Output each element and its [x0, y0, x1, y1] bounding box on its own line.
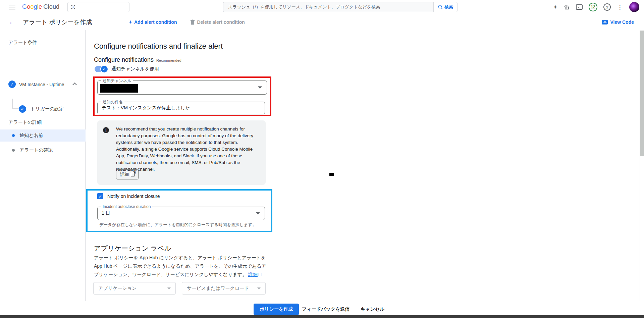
- check-circle-icon: ✓: [8, 81, 16, 88]
- create-policy-button[interactable]: ポリシーを作成: [254, 304, 299, 315]
- add-alert-condition-label: Add alert condition: [134, 19, 177, 25]
- page-title: アラート ポリシーを作成: [23, 18, 92, 26]
- redacted-cursor-mark: [329, 173, 334, 176]
- cancel-button[interactable]: キャンセル: [361, 306, 385, 312]
- send-feedback-button[interactable]: フィードバックを送信: [302, 306, 350, 312]
- action-bar: ポリシーを作成 フィードバックを送信 キャンセル: [0, 301, 644, 315]
- use-notification-channel-row: ✓ 通知チャンネルを使用: [95, 66, 159, 72]
- notification-channel-toggle[interactable]: ✓: [95, 66, 108, 72]
- search-button[interactable]: 検索: [433, 2, 458, 12]
- notification-channel-field[interactable]: 通知チャンネル: [97, 81, 267, 95]
- view-code-button[interactable]: <> View Code: [602, 19, 634, 25]
- main-heading: Configure notifications and finalize ale…: [94, 42, 223, 51]
- notification-subject-field[interactable]: 通知の件名 テスト：VMインスタンスが停止しました: [97, 102, 265, 114]
- top-app-bar: GoogleCloud スラッシュ（/）を使用してリソース、ドキュメント、プロダ…: [0, 0, 644, 14]
- chevron-up-icon[interactable]: [72, 83, 77, 87]
- search-input[interactable]: スラッシュ（/）を使用してリソース、ドキュメント、プロダクトなどを検索: [223, 2, 433, 12]
- condition-name: VM Instance - Uptime: [19, 81, 64, 89]
- notify-closure-checkbox[interactable]: ✓: [97, 193, 103, 199]
- dropdown-arrow-icon[interactable]: [256, 212, 260, 215]
- service-dropdown-label: サービスまたはワークロード: [187, 285, 249, 292]
- step-connector: [12, 99, 13, 108]
- scrollbar-thumb[interactable]: [640, 31, 644, 156]
- application-labels-description: アラート ポリシーを App Hub にリンクすると、アラート ポリシーとアラー…: [94, 254, 267, 279]
- duration-field-label: Incident autoclose duration: [101, 204, 152, 209]
- menu-icon[interactable]: [9, 5, 15, 9]
- application-labels-heading: アプリケーション ラベル: [94, 244, 171, 253]
- notifications-item-label: 通知と名前: [19, 132, 43, 139]
- configure-notifications-heading: Configure notifications: [94, 56, 154, 63]
- search-button-label: 検索: [444, 4, 453, 10]
- trash-icon: [190, 19, 195, 25]
- bullet-icon: [12, 149, 15, 152]
- global-search: スラッシュ（/）を使用してリソース、ドキュメント、プロダクトなどを検索 検索: [223, 2, 458, 12]
- delete-alert-condition-label: Delete alert condition: [197, 19, 245, 25]
- search-placeholder: スラッシュ（/）を使用してリソース、ドキュメント、プロダクトなどを検索: [228, 4, 380, 10]
- info-text: We recommend that you create multiple no…: [116, 126, 261, 173]
- review-item-label: アラートの確認: [19, 147, 53, 153]
- add-alert-condition-button[interactable]: + Add alert condition: [129, 19, 177, 25]
- recommended-badge: Recommended: [156, 58, 181, 62]
- dropdown-arrow-icon[interactable]: [258, 87, 262, 89]
- sidebar-section-conditions: アラート条件: [8, 40, 85, 46]
- view-code-label: View Code: [610, 19, 634, 25]
- google-cloud-logo[interactable]: GoogleCloud: [22, 3, 59, 10]
- help-icon[interactable]: ?: [603, 3, 611, 11]
- application-dropdown-label: アプリケーション: [98, 285, 137, 292]
- notify-on-closure-row: ✓ Notify on incident closure: [97, 193, 160, 199]
- autoclose-duration-field[interactable]: Incident autoclose duration 1 日: [97, 207, 265, 220]
- service-workload-dropdown[interactable]: サービスまたはワークロード: [182, 282, 266, 295]
- toggle-check-icon: ✓: [100, 65, 108, 73]
- plus-icon: +: [129, 19, 132, 25]
- cloud-shell-icon[interactable]: >_: [576, 4, 583, 10]
- usage-badge[interactable]: 12: [589, 3, 597, 11]
- project-picker[interactable]: [67, 2, 129, 12]
- app-labels-text: アラート ポリシーを App Hub にリンクすると、アラート ポリシーとアラー…: [94, 255, 266, 277]
- bullet-icon: [12, 134, 15, 137]
- avatar[interactable]: [629, 2, 639, 12]
- sidebar-item-notifications[interactable]: 通知と名前: [0, 129, 86, 142]
- sidebar-section-details: アラートの詳細: [8, 119, 42, 125]
- subject-field-label: 通知の件名: [101, 99, 124, 105]
- learn-more-button[interactable]: 詳細: [116, 169, 139, 179]
- more-vert-icon[interactable]: ⋮: [617, 3, 623, 11]
- application-dropdown[interactable]: アプリケーション: [93, 282, 176, 295]
- dropdown-arrow-icon: [167, 287, 171, 289]
- check-circle-icon: ✓: [19, 105, 26, 113]
- project-dots-icon: [70, 4, 76, 10]
- window-bottom-edge: [0, 315, 644, 318]
- sidebar-item-condition[interactable]: ✓ VM Instance - Uptime: [8, 81, 79, 89]
- external-link-icon: [259, 273, 262, 276]
- search-icon: [438, 4, 443, 10]
- sidebar-item-trigger[interactable]: ✓ トリガーの設定: [19, 105, 64, 113]
- sidebar-item-review[interactable]: アラートの確認: [0, 144, 86, 156]
- dropdown-arrow-icon: [257, 287, 261, 289]
- duration-field-value: 1 日: [102, 210, 110, 216]
- google-cloud-console: GoogleCloud スラッシュ（/）を使用してリソース、ドキュメント、プロダ…: [0, 0, 644, 318]
- redacted-channel-value: [100, 84, 138, 93]
- channel-field-label: 通知チャンネル: [101, 78, 133, 84]
- step-connector: [12, 108, 19, 109]
- duration-helper-text: データが存在しない場合に、アラートを自動的にクローズする時間を選択します。: [99, 222, 257, 228]
- code-icon: <>: [602, 20, 608, 24]
- subject-field-value: テスト：VMインスタンスが停止しました: [102, 105, 190, 111]
- back-arrow-icon[interactable]: ←: [9, 18, 15, 26]
- gift-icon[interactable]: [564, 4, 570, 10]
- external-link-icon: [131, 173, 135, 176]
- page-toolbar: ← アラート ポリシーを作成 + Add alert condition Del…: [0, 14, 644, 30]
- toggle-label: 通知チャンネルを使用: [111, 66, 159, 72]
- learn-more-label: 詳細: [120, 171, 129, 177]
- header-actions: ✦ >_ 12 ? ⋮: [553, 0, 639, 14]
- app-labels-learn-more-link[interactable]: 詳細: [248, 272, 258, 277]
- info-icon: i: [103, 127, 109, 133]
- notify-closure-label: Notify on incident closure: [107, 194, 160, 199]
- logo-cloud-label: Cloud: [43, 3, 59, 10]
- gemini-sparkle-icon[interactable]: ✦: [553, 4, 558, 11]
- delete-alert-condition-button: Delete alert condition: [190, 19, 245, 25]
- trigger-step-label: トリガーの設定: [31, 106, 64, 112]
- recommendation-info-box: i We recommend that you create multiple …: [97, 120, 266, 185]
- steps-sidebar: アラート条件 ✓ VM Instance - Uptime ✓ トリガーの設定 …: [0, 30, 86, 301]
